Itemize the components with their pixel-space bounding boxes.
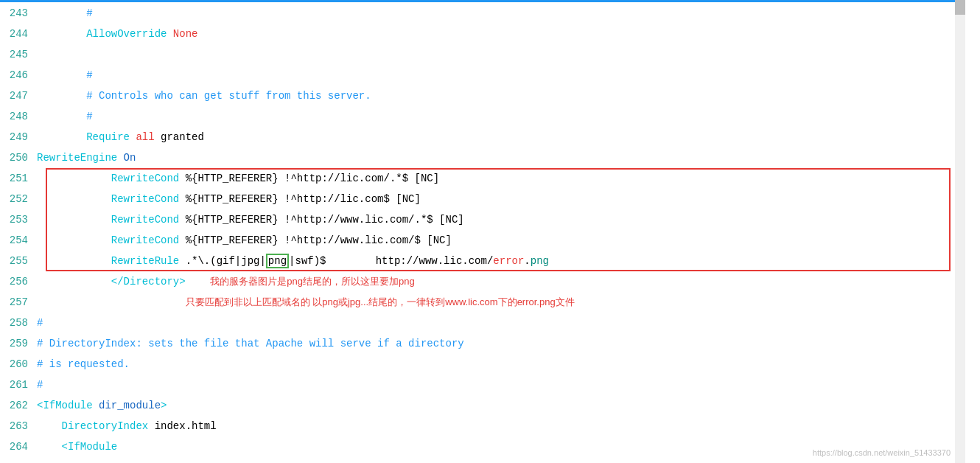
line-num-245: 245 xyxy=(0,44,37,65)
code-line-249: 249 Require all granted xyxy=(0,127,965,147)
scrollbar[interactable] xyxy=(955,0,965,463)
line-num-252: 252 xyxy=(0,189,37,209)
line-num-257: 257 xyxy=(0,292,37,313)
line-num-249: 249 xyxy=(0,127,37,147)
line-content-255: RewriteRule .*\.(gif|jpg|png|swf)$ http:… xyxy=(37,251,965,271)
line-content-261: # xyxy=(37,375,965,395)
line-num-264: 264 xyxy=(0,436,37,457)
line-content-263: DirectoryIndex index.html xyxy=(37,416,965,436)
code-line-252: 252 RewriteCond %{HTTP_REFERER} !^http:/… xyxy=(0,189,965,209)
code-line-262: 262 <IfModule dir_module> xyxy=(0,395,965,416)
line-content-262: <IfModule dir_module> xyxy=(37,395,965,416)
code-line-245: 245 xyxy=(0,44,965,65)
line-num-251: 251 xyxy=(0,168,37,189)
code-line-247: 247 # Controls who can get stuff from th… xyxy=(0,86,965,106)
line-content-254: RewriteCond %{HTTP_REFERER} !^http://www… xyxy=(37,230,965,251)
code-line-244: 244 AllowOverride None xyxy=(0,24,965,44)
line-content-249: Require all granted xyxy=(37,127,965,147)
line-num-259: 259 xyxy=(0,333,37,354)
scrollbar-thumb[interactable] xyxy=(955,0,965,15)
line-num-247: 247 xyxy=(0,86,37,106)
line-content-251: RewriteCond %{HTTP_REFERER} !^http://lic… xyxy=(37,168,965,189)
line-num-248: 248 xyxy=(0,106,37,127)
code-line-246: 246 # xyxy=(0,65,965,86)
highlighted-section: 251 RewriteCond %{HTTP_REFERER} !^http:/… xyxy=(0,168,965,271)
line-content-243: # xyxy=(37,3,965,24)
code-line-251: 251 RewriteCond %{HTTP_REFERER} !^http:/… xyxy=(0,168,965,189)
code-line-243: 243 # xyxy=(0,3,965,24)
line-num-256: 256 xyxy=(0,271,37,292)
code-line-255: 255 RewriteRule .*\.(gif|jpg|png|swf)$ h… xyxy=(0,251,965,271)
code-line-261: 261 # xyxy=(0,375,965,395)
line-num-262: 262 xyxy=(0,395,37,416)
code-line-250: 250 RewriteEngine On xyxy=(0,147,965,168)
code-line-263: 263 DirectoryIndex index.html xyxy=(0,416,965,436)
line-content-248: # xyxy=(37,106,965,127)
line-content-252: RewriteCond %{HTTP_REFERER} !^http://lic… xyxy=(37,189,965,209)
top-accent-bar xyxy=(0,0,955,2)
line-num-254: 254 xyxy=(0,230,37,251)
line-num-253: 253 xyxy=(0,209,37,230)
line-content-250: RewriteEngine On xyxy=(37,147,965,168)
line-num-243: 243 xyxy=(0,3,37,24)
watermark: https://blog.csdn.net/weixin_51433370 xyxy=(813,448,951,457)
line-num-260: 260 xyxy=(0,354,37,375)
code-line-260: 260 # is requested. xyxy=(0,354,965,375)
line-content-256: </Directory> 我的服务器图片是png结尾的，所以这里要加png xyxy=(37,271,965,292)
line-num-261: 261 xyxy=(0,375,37,395)
line-num-258: 258 xyxy=(0,313,37,333)
line-content-247: # Controls who can get stuff from this s… xyxy=(37,86,965,106)
code-line-258: 258 # xyxy=(0,313,965,333)
code-line-259: 259 # DirectoryIndex: sets the file that… xyxy=(0,333,965,354)
line-num-250: 250 xyxy=(0,147,37,168)
code-line-248: 248 # xyxy=(0,106,965,127)
code-viewer: 243 # 244 AllowOverride None 245 246 # 2… xyxy=(0,0,965,463)
line-content-260: # is requested. xyxy=(37,354,965,375)
line-num-246: 246 xyxy=(0,65,37,86)
line-content-257: 只要匹配到非以上匹配域名的 以png或jpg...结尾的，一律转到www.lic… xyxy=(37,292,965,313)
code-line-254: 254 RewriteCond %{HTTP_REFERER} !^http:/… xyxy=(0,230,965,251)
line-num-244: 244 xyxy=(0,24,37,44)
line-num-263: 263 xyxy=(0,416,37,436)
line-num-255: 255 xyxy=(0,251,37,271)
line-content-246: # xyxy=(37,65,965,86)
line-content-259: # DirectoryIndex: sets the file that Apa… xyxy=(37,333,965,354)
code-line-257: 257 只要匹配到非以上匹配域名的 以png或jpg...结尾的，一律转到www… xyxy=(0,292,965,313)
code-line-256: 256 </Directory> 我的服务器图片是png结尾的，所以这里要加pn… xyxy=(0,271,965,292)
line-content-244: AllowOverride None xyxy=(37,24,965,44)
line-content-253: RewriteCond %{HTTP_REFERER} !^http://www… xyxy=(37,209,965,230)
code-line-253: 253 RewriteCond %{HTTP_REFERER} !^http:/… xyxy=(0,209,965,230)
line-content-258: # xyxy=(37,313,965,333)
